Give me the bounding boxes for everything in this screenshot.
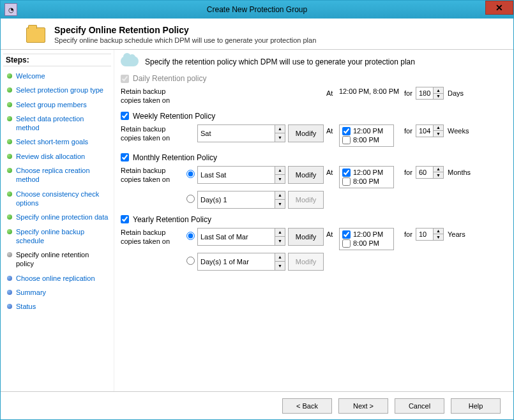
steps-title: Steps: <box>3 54 111 66</box>
yearly-radio-1[interactable] <box>186 232 195 240</box>
next-button[interactable]: Next > <box>338 398 388 414</box>
bullet-icon <box>7 139 12 144</box>
daily-label: Daily Retention policy <box>133 74 206 83</box>
step-6[interactable]: Choose replica creation method <box>3 163 111 187</box>
monthly-time1-checkbox[interactable] <box>342 169 351 177</box>
spin-up-icon[interactable]: ▲ <box>275 167 285 176</box>
bullet-icon <box>7 168 12 173</box>
spin-down-icon[interactable]: ▼ <box>275 200 285 208</box>
weekly-modify-button[interactable]: Modify <box>288 124 324 142</box>
monthly-modify2-button: Modify <box>288 191 324 209</box>
yearly-value-spinner[interactable]: 10 ▲▼ <box>416 228 444 241</box>
step-9[interactable]: Specify online backup schedule <box>3 225 111 248</box>
weekly-schedule-spinner[interactable]: Sat ▲▼ <box>197 124 285 142</box>
at-label: At <box>326 228 339 238</box>
bullet-icon <box>7 229 12 234</box>
intro-text: Specify the retention policy which DPM w… <box>145 57 415 66</box>
steps-sidebar: Steps: WelcomeSelect protection group ty… <box>1 50 114 411</box>
yearly-section: Yearly Retention Policy Retain backup co… <box>121 215 503 271</box>
help-button[interactable]: Help <box>451 398 501 414</box>
bullet-icon <box>7 154 12 159</box>
weekly-checkbox[interactable] <box>121 112 129 120</box>
monthly-checkbox[interactable] <box>121 153 129 161</box>
monthly-modify1-button[interactable]: Modify <box>288 166 324 184</box>
step-label: Welcome <box>16 71 45 80</box>
cloud-icon <box>121 56 139 68</box>
at-label: At <box>326 124 339 135</box>
spin-up-icon[interactable]: ▲ <box>434 167 443 173</box>
yearly-schedule2-spinner[interactable]: Day(s) 1 of Mar ▲▼ <box>197 253 285 271</box>
yearly-time1-checkbox[interactable] <box>342 230 351 239</box>
weekly-label: Weekly Retention Policy <box>133 112 215 121</box>
bullet-icon <box>7 73 12 79</box>
spin-up-icon[interactable]: ▲ <box>434 125 443 131</box>
step-13[interactable]: Status <box>3 299 111 313</box>
page-header: Specify Online Retention Policy Specify … <box>1 19 513 50</box>
yearly-schedule1-spinner[interactable]: Last Sat of Mar ▲▼ <box>197 228 285 246</box>
weekly-time2-checkbox[interactable] <box>342 136 351 144</box>
weekly-time1-checkbox[interactable] <box>342 127 351 135</box>
bullet-icon <box>7 116 12 121</box>
step-label: Summary <box>16 288 46 297</box>
bullet-icon <box>7 252 12 257</box>
step-label: Choose replica creation method <box>16 166 109 184</box>
yearly-checkbox[interactable] <box>121 215 129 223</box>
close-button[interactable]: ✕ <box>485 1 513 15</box>
spin-down-icon[interactable]: ▼ <box>275 237 285 245</box>
step-label: Select protection group type <box>16 86 103 94</box>
page-title: Specify Online Retention Policy <box>54 25 316 35</box>
yearly-time-box: 12:00 PM 8:00 PM <box>339 228 394 250</box>
step-11[interactable]: Choose online replication <box>3 271 111 285</box>
daily-value-spinner[interactable]: 180 ▲▼ <box>416 87 444 100</box>
step-2[interactable]: Select group members <box>3 98 111 112</box>
weekly-section: Weekly Retention Policy Retain backup co… <box>121 112 503 147</box>
step-label: Status <box>16 302 36 311</box>
step-4[interactable]: Select short-term goals <box>3 135 111 149</box>
for-label: for <box>400 228 416 238</box>
yearly-modify1-button[interactable]: Modify <box>288 228 324 246</box>
spin-down-icon[interactable]: ▼ <box>434 131 443 137</box>
monthly-time2-checkbox[interactable] <box>342 177 351 186</box>
yearly-radio-2[interactable] <box>186 257 195 265</box>
back-button[interactable]: < Back <box>282 398 332 414</box>
step-3[interactable]: Select data protection method <box>3 112 111 135</box>
monthly-label: Monthly Retention Policy <box>133 153 217 162</box>
monthly-radio-2[interactable] <box>186 195 195 203</box>
spin-up-icon[interactable]: ▲ <box>275 125 285 134</box>
spin-down-icon[interactable]: ▼ <box>275 175 285 183</box>
weekly-value-spinner[interactable]: 104 ▲▼ <box>416 124 444 137</box>
spin-up-icon[interactable]: ▲ <box>275 191 285 200</box>
spin-down-icon[interactable]: ▼ <box>434 94 443 100</box>
step-8[interactable]: Specify online protection data <box>3 210 111 224</box>
weekly-time-box: 12:00 PM 8:00 PM <box>339 124 394 147</box>
yearly-modify2-button: Modify <box>288 253 324 271</box>
spin-up-icon[interactable]: ▲ <box>275 229 285 237</box>
step-7[interactable]: Choose consistency check options <box>3 187 111 211</box>
step-12[interactable]: Summary <box>3 285 111 299</box>
spin-down-icon[interactable]: ▼ <box>434 234 443 240</box>
at-label: At <box>326 166 339 176</box>
yearly-retain-label: Retain backup copies taken on <box>121 228 183 246</box>
step-label: Specify online protection data <box>16 213 108 221</box>
step-1[interactable]: Select protection group type <box>3 83 111 97</box>
spin-down-icon[interactable]: ▼ <box>275 262 285 270</box>
step-label: Select data protection method <box>16 114 109 133</box>
monthly-schedule2-spinner[interactable]: Day(s) 1 ▲▼ <box>197 191 285 209</box>
wizard-footer: < Back Next > Cancel Help <box>1 391 513 419</box>
spin-down-icon[interactable]: ▼ <box>434 172 443 178</box>
spin-up-icon[interactable]: ▲ <box>434 229 443 235</box>
monthly-value-spinner[interactable]: 60 ▲▼ <box>416 166 444 179</box>
monthly-radio-1[interactable] <box>186 170 195 178</box>
spin-up-icon[interactable]: ▲ <box>275 253 285 262</box>
bullet-icon <box>7 290 12 295</box>
cancel-button[interactable]: Cancel <box>395 398 444 414</box>
step-0[interactable]: Welcome <box>3 69 111 83</box>
spin-up-icon[interactable]: ▲ <box>434 87 443 94</box>
yearly-time2-checkbox[interactable] <box>342 239 351 248</box>
monthly-time-box: 12:00 PM 8:00 PM <box>339 166 394 188</box>
at-label: At <box>326 87 339 97</box>
step-5[interactable]: Review disk allocation <box>3 149 111 163</box>
monthly-section: Monthly Retention Policy Retain backup c… <box>121 153 503 209</box>
spin-down-icon[interactable]: ▼ <box>275 133 285 142</box>
monthly-schedule1-spinner[interactable]: Last Sat ▲▼ <box>197 166 285 184</box>
